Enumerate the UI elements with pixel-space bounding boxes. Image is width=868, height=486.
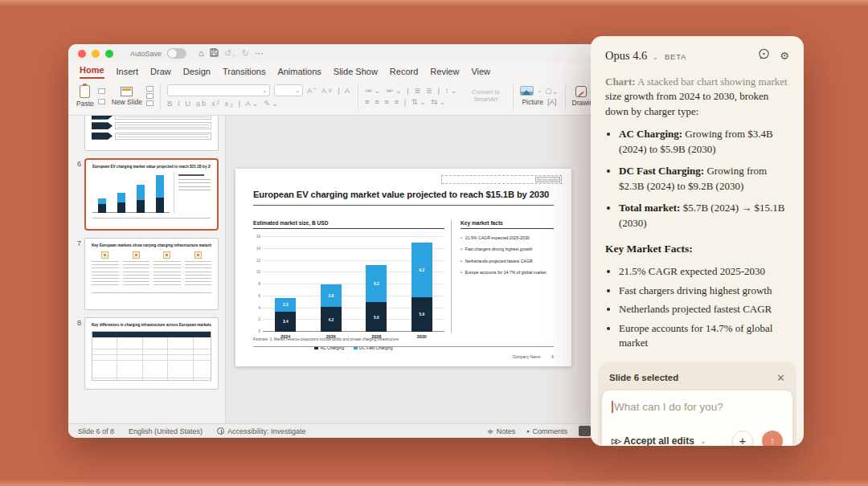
chart-header: Estimated market size, B USD [253, 220, 444, 229]
grow-shrink-font-icons[interactable]: Aˆ A˅ | A [307, 86, 351, 95]
convert-smartart-button[interactable]: Convert to SmartArt [465, 89, 506, 103]
picture-label: Picture [522, 98, 542, 106]
tab-animations[interactable]: Animations [277, 67, 321, 79]
minimize-window-button[interactable] [92, 50, 100, 58]
notes-icon: ≑ [487, 427, 493, 435]
input-placeholder: What can I do for you? [614, 401, 723, 413]
response-bullet: DC Fast Charging: Growing from $2.3B (20… [619, 164, 789, 194]
beta-badge: BETA [665, 52, 686, 61]
fast-forward-icon: ▷▷ [612, 437, 620, 445]
autosave-toggle[interactable] [167, 48, 186, 59]
slide-thumbnail-pane: Several market forces drive the EV charg… [68, 116, 226, 423]
section-icon[interactable] [146, 100, 154, 106]
chevron-down-icon: ⌄ [652, 53, 658, 61]
text-box-icon[interactable]: [A] [547, 97, 557, 106]
text-cursor [612, 401, 613, 413]
tab-transitions[interactable]: Transitions [223, 67, 265, 79]
zoom-window-button[interactable] [105, 50, 113, 58]
tab-view[interactable]: View [471, 67, 490, 79]
slide-title[interactable]: European EV charging market value projec… [253, 190, 554, 206]
redo-icon[interactable]: ↻ [242, 49, 249, 58]
slide-position-label: Slide 6 of 8 [78, 427, 114, 435]
slide-fact-item: •21.5% CAGR expected 2025-2030 [461, 235, 554, 241]
slide-canvas[interactable]: Section marker European EV charging mark… [226, 116, 600, 423]
save-icon[interactable] [210, 48, 219, 59]
font-size-select[interactable]: ⌄ [274, 84, 303, 96]
tab-record[interactable]: Record [390, 67, 418, 79]
autosave-label: AutoSave [130, 50, 162, 58]
slide-thumbnail-8[interactable]: Key differences in charging infrastructu… [84, 317, 219, 390]
thumbnail-number: 6 [70, 158, 81, 231]
shapes-icon[interactable]: ⬠⌄ [545, 87, 558, 96]
home-icon[interactable]: ⌂ [199, 49, 204, 58]
align-icons[interactable]: ≡ ≡ ≡ ≡ | ⇅⌄ ⇆⌄ [365, 97, 447, 106]
thumbnail-number: 7 [70, 238, 81, 310]
undo-icon[interactable]: ↺⌄ [224, 49, 236, 58]
cut-icon[interactable] [98, 88, 105, 94]
language-label[interactable]: English (United States) [129, 427, 203, 435]
more-toolbar-icon[interactable]: ⋯ [255, 49, 264, 58]
model-selector[interactable]: Opus 4.6 [605, 49, 647, 63]
key-market-facts-heading: Key Market Facts: [605, 241, 789, 256]
reset-layout-icon[interactable] [146, 93, 154, 99]
picture-icon [520, 86, 534, 96]
view-toggle-button[interactable] [579, 426, 591, 436]
accessibility-status[interactable]: Accessibility: Investigate [217, 427, 306, 435]
fact-item: 21.5% CAGR expected 2025-2030 [619, 264, 789, 279]
assistant-response: Chart: A stacked bar chart showing marke… [591, 68, 804, 355]
accessibility-icon [217, 427, 224, 435]
notes-button[interactable]: ≑ Notes [487, 427, 515, 435]
paste-button[interactable]: Paste [76, 85, 94, 108]
close-window-button[interactable] [78, 50, 86, 58]
slide-fact-item: •Netherlands projected fastest CAGR [461, 259, 554, 264]
response-bullet: Total market: $5.7B (2024) → $15.1B (203… [619, 201, 789, 231]
new-chat-icon[interactable] [758, 48, 770, 63]
tab-draw[interactable]: Draw [150, 67, 171, 79]
picture-button[interactable]: ⌄ ⬠⌄ Picture [A] [520, 86, 558, 106]
context-chip: Slide 6 selected ✕ [601, 366, 793, 390]
slide-footnote: Footnote: 1. Market revenue projections … [253, 337, 554, 347]
font-name-select[interactable]: ⌄ [167, 84, 270, 96]
tab-home[interactable]: Home [80, 65, 104, 79]
copy-icon[interactable] [98, 99, 105, 104]
drawing-icon [575, 86, 587, 97]
company-name: Company Name [513, 355, 541, 359]
key-market-facts-list: 21.5% CAGR expected 2025-2030Fast charge… [605, 264, 789, 350]
slide-facts-section[interactable]: Key market facts •21.5% CAGR expected 20… [461, 220, 554, 276]
chevron-down-icon: ⌄ [700, 437, 706, 445]
settings-gear-icon[interactable]: ⚙ [780, 50, 789, 62]
new-slide-button[interactable]: New Slide [112, 87, 142, 106]
ribbon-tabs: HomeInsertDrawDesignTransitionsAnimation… [68, 63, 600, 79]
slide-thumbnail-6-selected[interactable]: European EV charging market value projec… [84, 158, 219, 231]
claude-assistant-panel: Opus 4.6 ⌄ BETA ⚙ Chart: A stacked bar c… [591, 36, 804, 446]
attach-plus-button[interactable]: + [732, 431, 753, 447]
assistant-header: Opus 4.6 ⌄ BETA ⚙ [591, 36, 804, 68]
thumbnail-mini-chart [92, 173, 170, 213]
chat-input[interactable]: What can I do for you? [612, 401, 783, 413]
paste-label: Paste [76, 100, 94, 108]
comments-button[interactable]: ▪ Comments [526, 427, 567, 435]
send-button[interactable]: ↑ [762, 431, 783, 447]
composer-card: Slide 6 selected ✕ What can I do for you… [598, 362, 796, 447]
slide-fact-item: •Fast chargers driving highest growth [461, 247, 554, 252]
tab-insert[interactable]: Insert [117, 67, 139, 79]
ribbon-toolbar: Paste New Slide [68, 79, 600, 116]
slide-thumbnail-7[interactable]: Key European markets show varying chargi… [84, 238, 219, 310]
tab-review[interactable]: Review [430, 67, 459, 79]
fact-item: Fast chargers driving highest growth [619, 284, 789, 298]
layout-icon[interactable] [146, 86, 154, 92]
list-icons[interactable]: ≔⌄ ≕⌄ | ≣ ≣ | ↕⌄ [365, 86, 458, 95]
accept-all-edits-dropdown[interactable]: ▷▷ Accept all edits ⌄ [612, 435, 706, 447]
slide-thumbnail-5[interactable]: Several market forces drive the EV charg… [84, 116, 219, 151]
slide-chart-section[interactable]: Estimated market size, B USD 02468101214… [253, 220, 444, 350]
current-slide[interactable]: Section marker European EV charging mark… [235, 169, 571, 366]
facts-header: Key market facts [461, 220, 554, 229]
stacked-bar-chart: 02468101214163.42.34.23.85.06.25.99.2 [263, 237, 444, 332]
section-marker-placeholder[interactable]: Section marker [441, 175, 562, 184]
tab-slide-show[interactable]: Slide Show [334, 67, 378, 79]
tab-design[interactable]: Design [183, 67, 211, 79]
close-icon[interactable]: ✕ [776, 372, 785, 384]
font-style-icons[interactable]: B I U ab x² x₂ | A⌄ ✎⌄ [167, 99, 280, 108]
new-slide-icon [121, 87, 133, 96]
fact-item: Netherlands projected fastest CAGR [619, 302, 789, 317]
